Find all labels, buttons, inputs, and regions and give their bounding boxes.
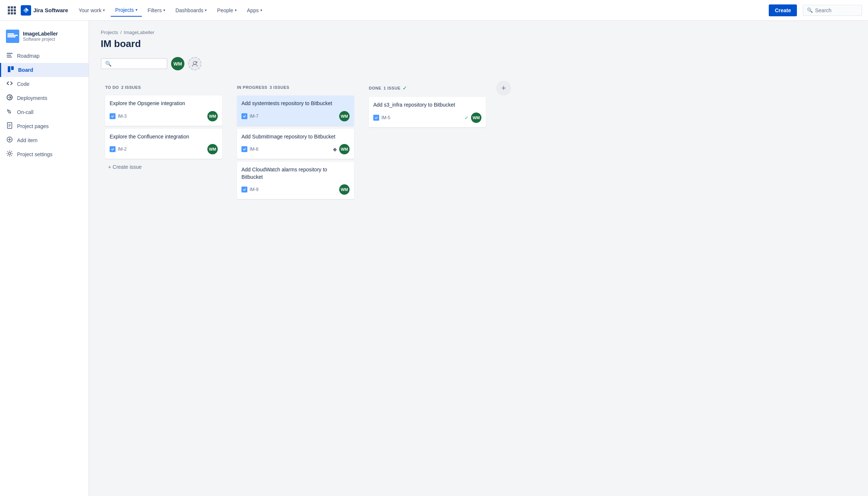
done-check-icon: ✓ bbox=[403, 85, 407, 91]
sidebar-item-roadmap[interactable]: Roadmap bbox=[0, 49, 89, 63]
issue-type-icon bbox=[241, 187, 247, 192]
issue-id: IM-6 bbox=[250, 147, 258, 152]
board-controls: 🔍 WM bbox=[101, 57, 856, 70]
card-im3[interactable]: Explore the Opsgenie integration IM-3 bbox=[105, 95, 222, 126]
issue-id: IM-9 bbox=[250, 187, 258, 192]
sidebar-item-add-item[interactable]: Add item bbox=[0, 133, 89, 147]
pages-icon bbox=[6, 122, 13, 130]
board-icon bbox=[7, 66, 14, 74]
roadmap-icon bbox=[6, 52, 13, 60]
sidebar-item-project-pages[interactable]: Project pages bbox=[0, 119, 89, 133]
svg-rect-24 bbox=[242, 114, 247, 118]
top-navigation: Jira Software Your work ▾ Projects ▾ Fil… bbox=[0, 0, 868, 21]
assignee-avatar: WM bbox=[339, 144, 350, 154]
sidebar-item-oncall[interactable]: On-call bbox=[0, 105, 89, 119]
add-icon bbox=[6, 136, 13, 144]
sidebar-project-header: ImageLabeller Software project bbox=[0, 27, 89, 49]
svg-rect-2 bbox=[7, 33, 14, 34]
svg-rect-7 bbox=[8, 66, 10, 72]
create-button[interactable]: Create bbox=[769, 4, 797, 16]
svg-rect-4 bbox=[7, 53, 13, 54]
sidebar-item-code[interactable]: Code bbox=[0, 77, 89, 91]
card-im9[interactable]: Add CloudWatch alarms repository to Bitb… bbox=[237, 162, 354, 199]
breadcrumb-projects[interactable]: Projects bbox=[101, 30, 118, 35]
card-im2[interactable]: Explore the Confluence integration IM-2 bbox=[105, 129, 222, 159]
chevron-down-icon: ▾ bbox=[205, 8, 207, 12]
code-icon bbox=[6, 80, 13, 88]
card-im6[interactable]: Add SubmitImage repository to Bitbucket … bbox=[237, 129, 354, 159]
svg-rect-25 bbox=[242, 147, 247, 151]
column-done-header: DONE 1 ISSUE ✓ bbox=[369, 84, 486, 93]
user-avatar-filter[interactable]: WM bbox=[171, 57, 184, 70]
card-title: Add CloudWatch alarms repository to Bitb… bbox=[241, 166, 350, 181]
project-type: Software project bbox=[23, 37, 58, 42]
sidebar-item-board[interactable]: Board bbox=[0, 63, 89, 77]
column-inprogress-header: IN PROGRESS 3 ISSUES bbox=[237, 84, 354, 91]
card-im7[interactable]: Add systemtests repository to Bitbucket … bbox=[237, 95, 354, 126]
nav-items: Your work ▾ Projects ▾ Filters ▾ Dashboa… bbox=[74, 4, 266, 17]
add-column-button[interactable]: + bbox=[496, 81, 511, 95]
issue-id: IM-2 bbox=[118, 147, 127, 152]
project-icon bbox=[6, 30, 19, 43]
nav-people[interactable]: People ▾ bbox=[213, 4, 241, 16]
page-title: IM board bbox=[101, 38, 856, 50]
card-title: Add systemtests repository to Bitbucket bbox=[241, 100, 350, 107]
issue-type-icon bbox=[373, 115, 379, 121]
assignee-avatar: WM bbox=[207, 111, 218, 121]
nav-projects[interactable]: Projects ▾ bbox=[111, 4, 142, 17]
column-inprogress: IN PROGRESS 3 ISSUES Add systemtests rep… bbox=[233, 79, 358, 207]
settings-icon bbox=[6, 150, 13, 158]
nav-your-work[interactable]: Your work ▾ bbox=[74, 4, 109, 16]
column-todo: TO DO 2 ISSUES Explore the Opsgenie inte… bbox=[101, 79, 227, 177]
sidebar-item-project-settings[interactable]: Project settings bbox=[0, 147, 89, 161]
breadcrumb: Projects / ImageLabeller bbox=[101, 30, 856, 35]
issue-type-icon bbox=[110, 146, 116, 152]
add-avatar-filter[interactable] bbox=[188, 57, 201, 70]
search-icon: 🔍 bbox=[105, 61, 111, 67]
jira-logo[interactable]: Jira Software bbox=[21, 5, 68, 16]
done-tick-icon: ✓ bbox=[464, 115, 469, 121]
issue-type-icon bbox=[241, 146, 247, 152]
svg-rect-26 bbox=[242, 187, 247, 192]
main-content: Projects / ImageLabeller IM board 🔍 WM bbox=[89, 21, 868, 496]
chevron-down-icon: ▾ bbox=[235, 8, 237, 12]
svg-rect-3 bbox=[7, 36, 16, 37]
chevron-down-icon: ▾ bbox=[163, 8, 165, 12]
sidebar-item-deployments[interactable]: Deployments bbox=[0, 91, 89, 105]
svg-rect-22 bbox=[110, 114, 115, 118]
nav-dashboards[interactable]: Dashboards ▾ bbox=[171, 4, 211, 16]
svg-point-18 bbox=[9, 153, 11, 155]
assignee-avatar: WM bbox=[207, 144, 218, 154]
card-title: Explore the Opsgenie integration bbox=[110, 100, 218, 107]
card-title: Explore the Confluence integration bbox=[110, 133, 218, 141]
chevron-down-icon: ▾ bbox=[103, 8, 105, 12]
nav-filters[interactable]: Filters ▾ bbox=[143, 4, 170, 16]
oncall-icon bbox=[6, 108, 13, 116]
apps-grid-icon[interactable] bbox=[6, 4, 18, 16]
chevron-down-icon: ▾ bbox=[260, 8, 262, 12]
board-search-input[interactable] bbox=[114, 61, 158, 67]
project-name: ImageLabeller bbox=[23, 31, 58, 37]
assignee-avatar: WM bbox=[471, 113, 481, 123]
svg-point-19 bbox=[193, 61, 196, 64]
issue-id: IM-3 bbox=[118, 114, 127, 119]
chevron-down-icon: ▾ bbox=[136, 8, 137, 12]
assignee-avatar: WM bbox=[339, 111, 350, 121]
create-issue-button[interactable]: + Create issue bbox=[105, 162, 222, 172]
board-search-box[interactable]: 🔍 bbox=[101, 58, 167, 69]
issue-type-icon bbox=[241, 113, 247, 119]
card-title: Add SubmitImage repository to Bitbucket bbox=[241, 133, 350, 141]
nav-apps[interactable]: Apps ▾ bbox=[243, 4, 267, 16]
sidebar: ImageLabeller Software project Roadmap bbox=[0, 21, 89, 496]
kanban-board: TO DO 2 ISSUES Explore the Opsgenie inte… bbox=[101, 79, 856, 207]
search-box[interactable]: 🔍 Search bbox=[803, 5, 862, 16]
card-im5[interactable]: Add s3_infra repository to Bitbucket IM-… bbox=[369, 97, 486, 127]
svg-rect-27 bbox=[374, 115, 378, 120]
svg-rect-5 bbox=[7, 55, 11, 56]
sidebar-navigation: Roadmap Board Code bbox=[0, 49, 89, 161]
issue-id: IM-5 bbox=[381, 115, 390, 120]
svg-rect-6 bbox=[7, 57, 12, 57]
column-done: DONE 1 ISSUE ✓ Add s3_infra repository t… bbox=[364, 79, 490, 135]
assignee-avatar: WM bbox=[339, 184, 350, 195]
column-todo-header: TO DO 2 ISSUES bbox=[105, 84, 222, 91]
